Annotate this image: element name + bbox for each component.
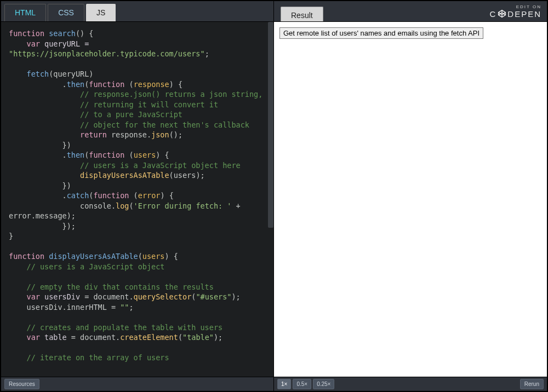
- editor-scrollbar[interactable]: [268, 22, 273, 377]
- zoom-025x-button[interactable]: 0.25×: [313, 379, 334, 389]
- bottom-right: 1× 0.5× 0.25× Rerun: [274, 377, 547, 391]
- tab-css[interactable]: CSS: [48, 4, 84, 21]
- bottom-left: Resources: [1, 377, 274, 391]
- codepen-cube-icon: [498, 9, 506, 18]
- resources-button[interactable]: Resources: [4, 379, 39, 389]
- preview-pane: Get remote list of users' names and emai…: [274, 22, 547, 377]
- code-pane: function search() { var queryURL = "http…: [1, 22, 274, 377]
- codepen-brand[interactable]: EDIT ON CDEPEN: [489, 1, 547, 21]
- rerun-button[interactable]: Rerun: [520, 379, 544, 389]
- edit-on-label: EDIT ON: [516, 4, 541, 9]
- main-split: function search() { var queryURL = "http…: [1, 22, 547, 377]
- result-tabs: Result: [274, 1, 323, 21]
- result-region: Result EDIT ON CDEPEN: [274, 1, 547, 21]
- zoom-1x-button[interactable]: 1×: [277, 379, 291, 389]
- top-bar: HTML CSS JS Result EDIT ON CDEPEN: [1, 1, 547, 22]
- zoom-05x-button[interactable]: 0.5×: [293, 379, 311, 389]
- tab-result[interactable]: Result: [281, 7, 323, 21]
- bottom-bar: Resources 1× 0.5× 0.25× Rerun: [1, 377, 547, 391]
- editor-tabs: HTML CSS JS: [1, 1, 117, 21]
- fetch-users-button[interactable]: Get remote list of users' names and emai…: [279, 27, 483, 39]
- scrollbar-thumb[interactable]: [268, 22, 273, 228]
- preview-content: Get remote list of users' names and emai…: [274, 22, 547, 44]
- code-editor[interactable]: function search() { var queryURL = "http…: [1, 22, 273, 377]
- editor-tabs-region: HTML CSS JS: [1, 1, 274, 21]
- codepen-app: HTML CSS JS Result EDIT ON CDEPEN functi…: [0, 0, 548, 392]
- tab-js[interactable]: JS: [86, 4, 116, 21]
- codepen-logo: CDEPEN: [489, 9, 541, 19]
- tab-html[interactable]: HTML: [4, 4, 46, 21]
- zoom-group: 1× 0.5× 0.25×: [277, 379, 334, 389]
